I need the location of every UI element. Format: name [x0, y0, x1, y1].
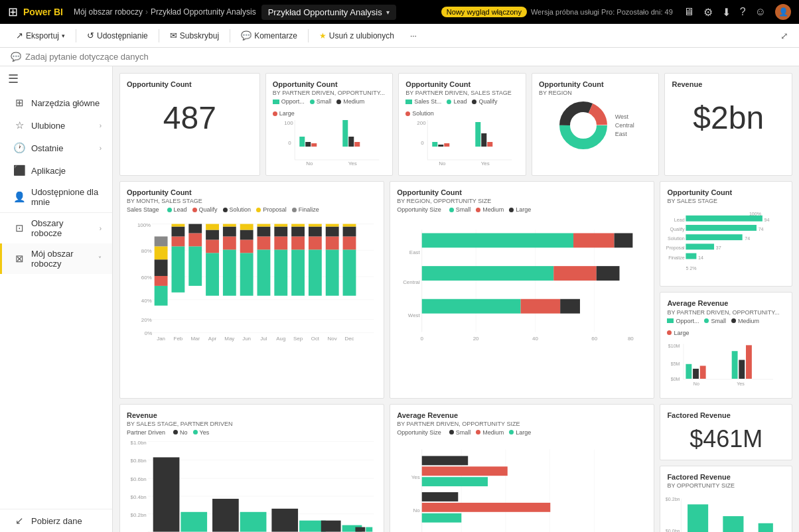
question-input[interactable]	[25, 52, 198, 62]
card-avg-revenue-size[interactable]: Average Revenue BY PARTNER DRIVEN, OPPOR…	[390, 404, 654, 532]
svg-rect-62	[240, 224, 254, 230]
svg-rect-49	[188, 233, 202, 247]
svg-rect-43	[155, 237, 168, 247]
card-revenue-value: $2bn	[672, 100, 785, 136]
card-opp-count-value: 487	[127, 100, 253, 136]
svg-rect-165	[212, 499, 239, 532]
sidebar-my-workspace-label: Mój obszar roboczy	[31, 249, 93, 269]
dashboard-content: Opportunity Count 487 Opportunity Count …	[113, 66, 799, 532]
dropdown-chevron-icon: ▾	[386, 9, 390, 16]
svg-text:Lead: Lead	[674, 218, 685, 223]
breadcrumb-report[interactable]: Przykład Opportunity Analysis	[151, 7, 256, 17]
svg-text:$0.8bn: $0.8bn	[130, 458, 146, 464]
report-title-dropdown[interactable]: Przykład Opportunity Analysis ▾	[261, 5, 396, 20]
download-icon[interactable]: ⬇	[722, 6, 731, 19]
top-bar: ⊞ Power BI Mój obszar roboczy › Przykład…	[0, 0, 799, 24]
sidebar-item-get-data[interactable]: ↙ Pobierz dane	[0, 509, 112, 532]
svg-rect-202	[723, 516, 744, 532]
card-opp-sales-stage-subtitle: BY SALES STAGE	[667, 198, 785, 204]
card-revenue-stage[interactable]: Revenue BY SALES STAGE, PARTNER DRIVEN P…	[119, 404, 384, 532]
sidebar-item-favorites[interactable]: ☆ Ulubione ›	[0, 114, 112, 137]
svg-text:Yes: Yes	[348, 161, 357, 166]
toolbar-separator	[76, 29, 76, 42]
svg-rect-194	[422, 503, 551, 512]
sidebar-item-my-workspace[interactable]: ⊠ Mój obszar roboczy ˅	[0, 243, 112, 274]
card-opp-month-stage[interactable]: Opportunity Count BY MONTH, SALES STAGE …	[119, 181, 384, 398]
monitor-icon[interactable]: 🖥	[684, 6, 694, 18]
favorites-label: Usuń z ulubionych	[329, 31, 394, 40]
svg-text:No: No	[439, 161, 447, 166]
sidebar-item-shared[interactable]: 👤 Udostępnione dla mnie	[0, 182, 112, 212]
comments-button[interactable]: 💬 Komentarze	[236, 28, 303, 43]
svg-rect-83	[343, 250, 356, 296]
svg-text:West: West	[408, 312, 421, 318]
sidebar-get-data-label: Pobierz dane	[31, 516, 102, 526]
svg-rect-54	[206, 224, 219, 230]
svg-rect-69	[274, 227, 287, 237]
card-opp-sales-stage[interactable]: Opportunity Count BY SALES STAGE 100% Le…	[660, 181, 792, 287]
card-avg-revenue-partner[interactable]: Average Revenue BY PARTNER DRIVEN, OPPOR…	[660, 292, 792, 398]
subscribe-label: Subskrybuj	[180, 31, 219, 40]
svg-rect-56	[223, 237, 236, 250]
comments-label: Komentarze	[254, 31, 297, 40]
export-button[interactable]: ↗ Eksportuj ▾	[11, 28, 70, 43]
svg-rect-86	[343, 224, 356, 227]
sidebar-item-recent[interactable]: 🕐 Ostatnie ›	[0, 137, 112, 159]
svg-text:60%: 60%	[141, 275, 152, 281]
svg-rect-78	[309, 224, 322, 227]
card-factored-revenue[interactable]: Factored Revenue $461M	[660, 404, 792, 460]
settings-icon[interactable]: ⚙	[703, 6, 713, 19]
svg-rect-60	[240, 240, 254, 253]
sidebar-item-home[interactable]: ⊞ Narzędzia główne	[0, 92, 112, 114]
report-title-text: Przykład Opportunity Analysis	[268, 7, 382, 17]
svg-rect-8	[354, 142, 360, 147]
sidebar-item-apps[interactable]: ⬛ Aplikacje	[0, 159, 112, 182]
svg-rect-84	[343, 237, 356, 250]
breadcrumb-workspace[interactable]: Mój obszar roboczy	[74, 7, 143, 17]
user-avatar[interactable]: 👤	[775, 4, 791, 20]
svg-rect-81	[326, 227, 339, 237]
share-button[interactable]: ↺ Udostępnianie	[82, 28, 153, 43]
card-opp-region[interactable]: Opportunity Count BY REGION West Central…	[532, 73, 660, 176]
card-opp-count[interactable]: Opportunity Count 487	[119, 73, 260, 176]
trial-text: Wersja próbna usługi Pro: Pozostało dni:…	[531, 8, 673, 16]
toolbar-separator-2	[159, 29, 159, 42]
card-factored-revenue-title: Factored Revenue	[667, 411, 785, 420]
recent-icon: 🕐	[13, 142, 26, 154]
sidebar-item-workspaces[interactable]: ⊡ Obszary robocze ›	[0, 213, 112, 243]
subscribe-button[interactable]: ✉ Subskrybuj	[165, 28, 224, 43]
card-opp-region-size[interactable]: Opportunity Count BY REGION, OPPORTUNITY…	[390, 181, 654, 398]
svg-rect-168	[271, 509, 298, 532]
card-revenue-stage-title: Revenue	[127, 411, 377, 420]
svg-rect-4	[311, 143, 317, 147]
card-opp-partner-title: Opportunity Count	[273, 80, 386, 89]
svg-rect-111	[615, 233, 633, 248]
svg-rect-113	[422, 267, 554, 281]
app-grid-icon[interactable]: ⊞	[8, 5, 18, 19]
sidebar-toggle[interactable]: ☰	[0, 66, 112, 92]
svg-rect-39	[155, 286, 168, 306]
card-revenue[interactable]: Revenue $2bn	[664, 73, 792, 176]
svg-rect-58	[223, 224, 236, 227]
expand-icon[interactable]: ⤢	[780, 31, 788, 41]
favorites-nav-icon: ☆	[13, 119, 26, 131]
new-look-toggle[interactable]: Nowy wygląd włączony	[441, 7, 527, 17]
svg-text:100%: 100%	[137, 222, 151, 228]
favorites-button[interactable]: ★ Usuń z ulubionych	[314, 29, 400, 43]
card-opp-partner-subtitle: BY PARTNER DRIVEN, OPPORTUNITY...	[273, 90, 386, 96]
svg-rect-144	[732, 351, 738, 379]
sidebar-bottom: ↙ Pobierz dane	[0, 509, 112, 532]
card-opp-partner[interactable]: Opportunity Count BY PARTNER DRIVEN, OPP…	[265, 73, 394, 176]
emoji-icon[interactable]: ☺	[755, 6, 766, 18]
question-icon: 💬	[11, 52, 21, 62]
card-avg-revenue-size-title: Average Revenue	[397, 411, 647, 420]
card-opp-month-title: Opportunity Count	[127, 188, 377, 197]
svg-rect-122	[686, 216, 763, 222]
svg-text:60: 60	[592, 336, 598, 342]
card-opp-stage[interactable]: Opportunity Count BY PARTNER DRIVEN, SAL…	[398, 73, 526, 176]
card-factored-revenue-size[interactable]: Factored Revenue BY OPPORTUNITY SIZE $0.…	[660, 466, 792, 532]
help-icon[interactable]: ?	[740, 6, 746, 18]
card-avg-revenue-partner-subtitle: BY PARTNER DRIVEN, OPPORTUNITY...	[667, 309, 785, 316]
more-button[interactable]: ···	[405, 29, 422, 43]
svg-rect-193	[422, 492, 459, 501]
